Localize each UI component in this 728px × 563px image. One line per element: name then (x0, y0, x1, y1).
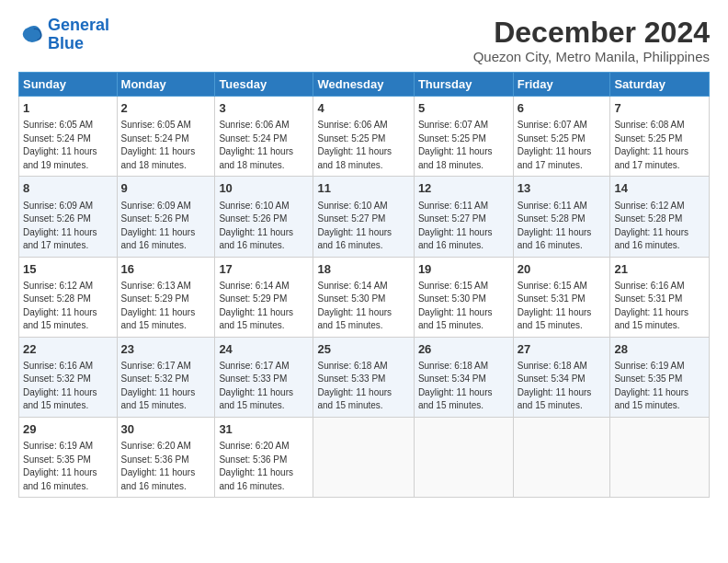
day-info: Sunrise: 6:05 AM Sunset: 5:24 PM Dayligh… (121, 119, 211, 172)
day-number: 23 (121, 341, 211, 358)
day-info: Sunrise: 6:07 AM Sunset: 5:25 PM Dayligh… (518, 119, 607, 172)
day-info: Sunrise: 6:11 AM Sunset: 5:27 PM Dayligh… (418, 200, 509, 253)
day-info: Sunrise: 6:11 AM Sunset: 5:28 PM Dayligh… (518, 200, 607, 253)
col-header-monday: Monday (117, 73, 215, 97)
day-number: 2 (121, 100, 211, 117)
subtitle: Quezon City, Metro Manila, Philippines (473, 49, 710, 64)
day-number: 6 (518, 100, 607, 117)
day-number: 16 (121, 261, 211, 278)
day-number: 4 (317, 100, 409, 117)
day-info: Sunrise: 6:18 AM Sunset: 5:33 PM Dayligh… (317, 360, 409, 413)
header: General Blue December 2024 Quezon City, … (18, 17, 710, 64)
day-info: Sunrise: 6:17 AM Sunset: 5:33 PM Dayligh… (219, 360, 309, 413)
col-header-wednesday: Wednesday (313, 73, 414, 97)
calendar-week-2: 8Sunrise: 6:09 AM Sunset: 5:26 PM Daylig… (19, 177, 710, 257)
day-number: 21 (614, 261, 705, 278)
day-number: 26 (418, 341, 509, 358)
col-header-saturday: Saturday (610, 73, 710, 97)
calendar-week-5: 29Sunrise: 6:19 AM Sunset: 5:35 PM Dayli… (19, 417, 710, 497)
calendar-cell (610, 417, 710, 497)
day-number: 9 (121, 180, 211, 197)
calendar-cell: 19Sunrise: 6:15 AM Sunset: 5:30 PM Dayli… (414, 257, 513, 337)
calendar-cell: 25Sunrise: 6:18 AM Sunset: 5:33 PM Dayli… (313, 337, 414, 417)
day-info: Sunrise: 6:14 AM Sunset: 5:29 PM Dayligh… (219, 280, 309, 333)
calendar-cell: 28Sunrise: 6:19 AM Sunset: 5:35 PM Dayli… (610, 337, 710, 417)
day-info: Sunrise: 6:18 AM Sunset: 5:34 PM Dayligh… (418, 360, 509, 413)
calendar-cell: 11Sunrise: 6:10 AM Sunset: 5:27 PM Dayli… (313, 177, 414, 257)
calendar-cell: 1Sunrise: 6:05 AM Sunset: 5:24 PM Daylig… (19, 97, 118, 177)
day-number: 31 (219, 421, 309, 438)
calendar-header-row: SundayMondayTuesdayWednesdayThursdayFrid… (19, 73, 710, 97)
day-info: Sunrise: 6:14 AM Sunset: 5:30 PM Dayligh… (317, 280, 409, 333)
day-number: 20 (518, 261, 607, 278)
day-info: Sunrise: 6:12 AM Sunset: 5:28 PM Dayligh… (614, 200, 705, 253)
day-number: 15 (23, 261, 113, 278)
day-info: Sunrise: 6:05 AM Sunset: 5:24 PM Dayligh… (23, 119, 113, 172)
calendar-cell: 21Sunrise: 6:16 AM Sunset: 5:31 PM Dayli… (610, 257, 710, 337)
day-number: 28 (614, 341, 705, 358)
calendar-cell: 13Sunrise: 6:11 AM Sunset: 5:28 PM Dayli… (513, 177, 610, 257)
logo: General Blue (18, 17, 109, 53)
day-info: Sunrise: 6:15 AM Sunset: 5:30 PM Dayligh… (418, 280, 509, 333)
calendar-cell: 3Sunrise: 6:06 AM Sunset: 5:24 PM Daylig… (215, 97, 313, 177)
page: General Blue December 2024 Quezon City, … (0, 0, 728, 563)
calendar-cell: 9Sunrise: 6:09 AM Sunset: 5:26 PM Daylig… (117, 177, 215, 257)
day-info: Sunrise: 6:19 AM Sunset: 5:35 PM Dayligh… (23, 440, 113, 493)
calendar-week-1: 1Sunrise: 6:05 AM Sunset: 5:24 PM Daylig… (19, 97, 710, 177)
col-header-sunday: Sunday (19, 73, 118, 97)
calendar-week-4: 22Sunrise: 6:16 AM Sunset: 5:32 PM Dayli… (19, 337, 710, 417)
day-number: 7 (614, 100, 705, 117)
col-header-friday: Friday (513, 73, 610, 97)
day-info: Sunrise: 6:18 AM Sunset: 5:34 PM Dayligh… (518, 360, 607, 413)
calendar-cell: 22Sunrise: 6:16 AM Sunset: 5:32 PM Dayli… (19, 337, 118, 417)
calendar-cell: 10Sunrise: 6:10 AM Sunset: 5:26 PM Dayli… (215, 177, 313, 257)
calendar-cell: 8Sunrise: 6:09 AM Sunset: 5:26 PM Daylig… (19, 177, 118, 257)
calendar-cell: 16Sunrise: 6:13 AM Sunset: 5:29 PM Dayli… (117, 257, 215, 337)
day-number: 1 (23, 100, 113, 117)
day-number: 12 (418, 180, 509, 197)
day-number: 14 (614, 180, 705, 197)
calendar-cell: 2Sunrise: 6:05 AM Sunset: 5:24 PM Daylig… (117, 97, 215, 177)
day-number: 18 (317, 261, 409, 278)
col-header-tuesday: Tuesday (215, 73, 313, 97)
day-info: Sunrise: 6:19 AM Sunset: 5:35 PM Dayligh… (614, 360, 705, 413)
calendar-week-3: 15Sunrise: 6:12 AM Sunset: 5:28 PM Dayli… (19, 257, 710, 337)
calendar-cell: 15Sunrise: 6:12 AM Sunset: 5:28 PM Dayli… (19, 257, 118, 337)
day-info: Sunrise: 6:20 AM Sunset: 5:36 PM Dayligh… (219, 440, 309, 493)
day-number: 17 (219, 261, 309, 278)
day-info: Sunrise: 6:10 AM Sunset: 5:27 PM Dayligh… (317, 200, 409, 253)
day-number: 22 (23, 341, 113, 358)
day-number: 19 (418, 261, 509, 278)
calendar-cell (414, 417, 513, 497)
day-info: Sunrise: 6:10 AM Sunset: 5:26 PM Dayligh… (219, 200, 309, 253)
day-info: Sunrise: 6:20 AM Sunset: 5:36 PM Dayligh… (121, 440, 211, 493)
calendar-cell (313, 417, 414, 497)
calendar-cell: 27Sunrise: 6:18 AM Sunset: 5:34 PM Dayli… (513, 337, 610, 417)
calendar-cell (513, 417, 610, 497)
day-info: Sunrise: 6:12 AM Sunset: 5:28 PM Dayligh… (23, 280, 113, 333)
day-info: Sunrise: 6:16 AM Sunset: 5:32 PM Dayligh… (23, 360, 113, 413)
calendar-cell: 24Sunrise: 6:17 AM Sunset: 5:33 PM Dayli… (215, 337, 313, 417)
calendar-cell: 4Sunrise: 6:06 AM Sunset: 5:25 PM Daylig… (313, 97, 414, 177)
calendar-cell: 14Sunrise: 6:12 AM Sunset: 5:28 PM Dayli… (610, 177, 710, 257)
day-number: 24 (219, 341, 309, 358)
day-info: Sunrise: 6:06 AM Sunset: 5:24 PM Dayligh… (219, 119, 309, 172)
logo-text: General Blue (48, 17, 109, 53)
day-number: 8 (23, 180, 113, 197)
calendar-cell: 29Sunrise: 6:19 AM Sunset: 5:35 PM Dayli… (19, 417, 118, 497)
calendar-cell: 23Sunrise: 6:17 AM Sunset: 5:32 PM Dayli… (117, 337, 215, 417)
calendar-cell: 20Sunrise: 6:15 AM Sunset: 5:31 PM Dayli… (513, 257, 610, 337)
day-number: 25 (317, 341, 409, 358)
logo-icon (18, 22, 44, 48)
calendar-cell: 6Sunrise: 6:07 AM Sunset: 5:25 PM Daylig… (513, 97, 610, 177)
day-info: Sunrise: 6:17 AM Sunset: 5:32 PM Dayligh… (121, 360, 211, 413)
col-header-thursday: Thursday (414, 73, 513, 97)
day-number: 11 (317, 180, 409, 197)
calendar-cell: 5Sunrise: 6:07 AM Sunset: 5:25 PM Daylig… (414, 97, 513, 177)
day-number: 30 (121, 421, 211, 438)
calendar-cell: 7Sunrise: 6:08 AM Sunset: 5:25 PM Daylig… (610, 97, 710, 177)
day-info: Sunrise: 6:09 AM Sunset: 5:26 PM Dayligh… (121, 200, 211, 253)
calendar-cell: 30Sunrise: 6:20 AM Sunset: 5:36 PM Dayli… (117, 417, 215, 497)
day-info: Sunrise: 6:08 AM Sunset: 5:25 PM Dayligh… (614, 119, 705, 172)
day-info: Sunrise: 6:06 AM Sunset: 5:25 PM Dayligh… (317, 119, 409, 172)
